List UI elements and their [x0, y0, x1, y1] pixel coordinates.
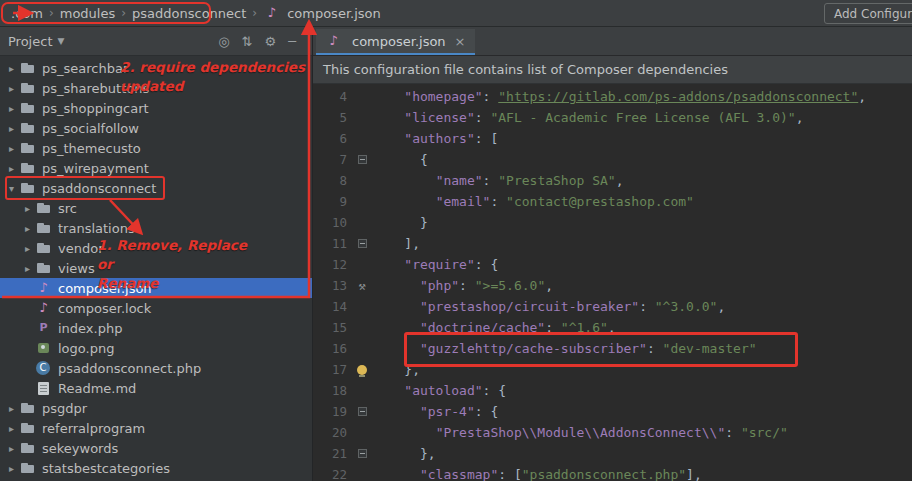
code-line-12[interactable]: 12 "require": {	[313, 254, 912, 275]
code-line-13[interactable]: 13⚒ "php": ">=5.6.0",	[313, 275, 912, 296]
folder-icon	[19, 120, 36, 136]
tree-item-sekeywords[interactable]: ▸sekeywords	[0, 438, 312, 458]
tree-item-ps-socialfollow[interactable]: ▸ps_socialfollow	[0, 118, 312, 138]
tree-item-ps-shoppingcart[interactable]: ▸ps_shoppingcart	[0, 98, 312, 118]
code-line-6[interactable]: 6 "authors": [	[313, 128, 912, 149]
chevron-right-icon[interactable]: ▸	[20, 263, 35, 274]
code-text: "prestashop/circuit-breaker": "^3.0.0",	[373, 299, 725, 314]
chevron-right-icon[interactable]: ▸	[4, 83, 19, 94]
code-line-22[interactable]: 22 "classmap": ["psaddonsconnect.php"],	[313, 464, 912, 481]
line-number: 21	[313, 446, 351, 461]
code-line-11[interactable]: 11 ],	[313, 233, 912, 254]
tree-item-label: ps_shoppingcart	[40, 101, 149, 116]
tree-item-ps-themecusto[interactable]: ▸ps_themecusto	[0, 138, 312, 158]
code-line-20[interactable]: 20 "PrestaShop\\Module\\AddonsConnect\\"…	[313, 422, 912, 443]
code-text: "psr-4": {	[373, 404, 498, 419]
tree-item-referralprogram[interactable]: ▸referralprogram	[0, 418, 312, 438]
folder-icon	[19, 180, 36, 196]
code-line-17[interactable]: 17 },	[313, 359, 912, 380]
folder-icon	[19, 160, 36, 176]
folder-icon	[35, 240, 52, 256]
hide-icon[interactable]: ─	[288, 34, 296, 49]
collapse-all-icon[interactable]: ⇅	[242, 34, 253, 49]
line-number: 15	[313, 320, 351, 335]
bulb-icon[interactable]	[357, 365, 367, 375]
chevron-right-icon[interactable]: ▸	[4, 103, 19, 114]
add-configuration-button[interactable]: Add Configura	[824, 3, 912, 24]
chevron-right-icon[interactable]: ▸	[20, 203, 35, 214]
breadcrumb-item-composer-json[interactable]: ♪composer.json	[258, 3, 386, 23]
chevron-right-icon[interactable]: ▸	[4, 63, 19, 74]
breadcrumb-separator: ›	[120, 6, 127, 20]
chevron-right-icon[interactable]: ▸	[4, 143, 19, 154]
composer-icon: ♪	[35, 300, 52, 316]
navigation-bar: .com›modules›psaddonsconnect›♪composer.j…	[0, 0, 912, 27]
tree-item-index-php[interactable]: Pindex.php	[0, 318, 312, 338]
breadcrumb-item-psaddonsconnect[interactable]: psaddonsconnect	[127, 4, 251, 23]
code-line-18[interactable]: 18 "autoload": {	[313, 380, 912, 401]
tree-item-ps-searchbar[interactable]: ▸ps_searchbar	[0, 58, 312, 78]
fold-icon[interactable]	[358, 407, 367, 416]
tree-item-src[interactable]: ▸src	[0, 198, 312, 218]
code-text: },	[373, 446, 436, 461]
gutter-slot	[351, 365, 373, 375]
tree-item-views[interactable]: ▸views	[0, 258, 312, 278]
fold-icon[interactable]	[358, 239, 367, 248]
tree-item-logo-png[interactable]: logo.png	[0, 338, 312, 358]
chevron-right-icon[interactable]: ▸	[20, 223, 35, 234]
tree-item-psaddonsconnect[interactable]: ▾psaddonsconnect	[0, 178, 312, 198]
tree-item-composer-json[interactable]: ♪composer.json	[0, 278, 312, 298]
tree-item-statsbestcategories[interactable]: ▸statsbestcategories	[0, 458, 312, 478]
chevron-down-icon[interactable]: ▾	[4, 183, 19, 194]
chevron-right-icon[interactable]: ▸	[20, 243, 35, 254]
code-text: "classmap": ["psaddonsconnect.php"],	[373, 467, 702, 481]
tree-item-label: src	[56, 201, 77, 216]
breadcrumb-item-com[interactable]: .com	[6, 4, 48, 23]
tree-item-psgdpr[interactable]: ▸psgdpr	[0, 398, 312, 418]
settings-icon[interactable]: ⚙	[265, 34, 277, 49]
tree-item-vendor[interactable]: ▸vendor	[0, 238, 312, 258]
code-line-15[interactable]: 15 "doctrine/cache": "^1.6",	[313, 317, 912, 338]
project-tree: ▸ps_searchbar▸ps_sharebuttons▸ps_shoppin…	[0, 56, 312, 481]
tree-item-label: statsbestcategories	[40, 461, 170, 476]
code-line-4[interactable]: 4 "homepage": "https://gitlab.com/ps-add…	[313, 86, 912, 107]
code-line-16[interactable]: 16 "guzzlehttp/cache-subscriber": "dev-m…	[313, 338, 912, 359]
chevron-right-icon[interactable]: ▸	[4, 123, 19, 134]
tree-item-ps-sharebuttons[interactable]: ▸ps_sharebuttons	[0, 78, 312, 98]
code-line-21[interactable]: 21 },	[313, 443, 912, 464]
code-line-8[interactable]: 8 "name": "PrestaShop SA",	[313, 170, 912, 191]
tree-item-label: ps_socialfollow	[40, 121, 139, 136]
chevron-right-icon[interactable]: ▸	[4, 163, 19, 174]
chevron-right-icon[interactable]: ▸	[4, 443, 19, 454]
tree-item-psaddonsconnect-php[interactable]: psaddonsconnect.php	[0, 358, 312, 378]
tab-label: composer.json	[352, 34, 446, 49]
tree-item-composer-lock[interactable]: ♪composer.lock	[0, 298, 312, 318]
code-line-14[interactable]: 14 "prestashop/circuit-breaker": "^3.0.0…	[313, 296, 912, 317]
fold-icon[interactable]	[358, 449, 367, 458]
chevron-right-icon[interactable]: ▸	[4, 403, 19, 414]
class-icon	[35, 360, 52, 376]
line-number: 7	[313, 152, 351, 167]
tree-item-label: psgdpr	[40, 401, 87, 416]
tree-item-translations[interactable]: ▸translations	[0, 218, 312, 238]
chevron-down-icon: ▼	[57, 36, 64, 46]
tree-item-readme-md[interactable]: Readme.md	[0, 378, 312, 398]
code-line-7[interactable]: 7 {	[313, 149, 912, 170]
code-line-19[interactable]: 19 "psr-4": {	[313, 401, 912, 422]
gutter-slot: ⚒	[351, 279, 373, 293]
code-line-10[interactable]: 10 }	[313, 212, 912, 233]
breadcrumb-item-modules[interactable]: modules	[55, 4, 121, 23]
main-split: Project ▼ ◎⇅⚙─ ▸ps_searchbar▸ps_sharebut…	[0, 27, 912, 481]
fold-icon[interactable]	[358, 155, 367, 164]
tree-item-ps-wirepayment[interactable]: ▸ps_wirepayment	[0, 158, 312, 178]
folder-icon	[19, 440, 36, 456]
tree-item-label: psaddonsconnect.php	[56, 361, 201, 376]
project-dropdown[interactable]: Project ▼	[8, 34, 64, 49]
code-line-9[interactable]: 9 "email": "contact@prestashop.com"	[313, 191, 912, 212]
chevron-right-icon[interactable]: ▸	[4, 423, 19, 434]
close-tab-icon[interactable]: ×	[455, 34, 466, 49]
chevron-right-icon[interactable]: ▸	[4, 463, 19, 474]
locate-icon[interactable]: ◎	[218, 34, 229, 49]
code-line-5[interactable]: 5 "license": "AFL - Academic Free Licens…	[313, 107, 912, 128]
tab-composer-json[interactable]: ♪ composer.json ×	[316, 29, 475, 55]
